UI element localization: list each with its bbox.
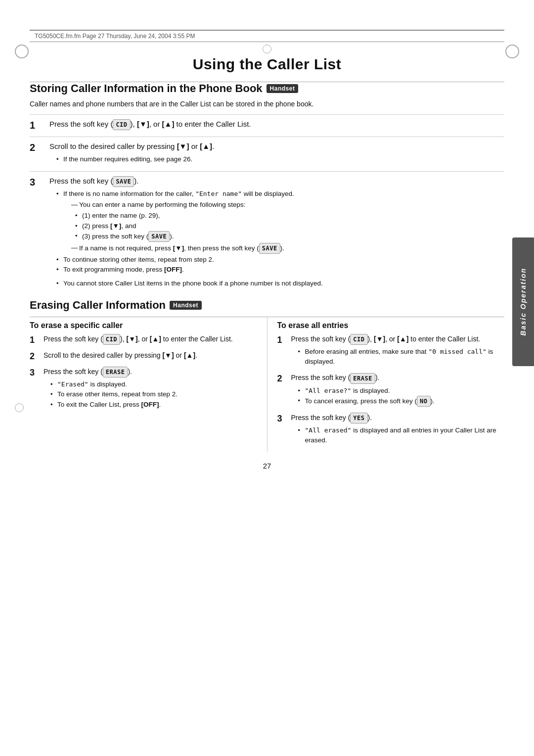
step-2-bullet-1: If the number requires editing, see page… (56, 154, 504, 164)
step-2-text: Scroll to the desired caller by pressing… (49, 141, 504, 152)
header-text: TG5050CE.fm.fm Page 27 Thursday, June 24… (35, 33, 195, 40)
all-bullet-4: "All erased" is displayed and all entrie… (298, 425, 505, 446)
step-1-content: Press the soft key (CID), [▼], or [▲] to… (49, 119, 504, 131)
page-title: Using the Caller List (30, 56, 504, 73)
specific-bullet-1: "Erased" is displayed. (50, 379, 257, 389)
corner-mark-tl (15, 45, 29, 58)
erase-all-col: To erase all entries 1 Press the soft ke… (267, 317, 505, 452)
save-key-2: SAVE (148, 231, 170, 242)
storing-step-3: 3 Press the soft key (SAVE). If there is… (30, 171, 504, 291)
specific-step-3-num: 3 (30, 367, 44, 379)
no-key: NO (417, 396, 430, 407)
all-step-3-content: Press the soft key (YES). "All erased" i… (291, 413, 505, 448)
page-wrapper: TG5050CE.fm.fm Page 27 Thursday, June 24… (0, 30, 534, 756)
step-3-sub-sub-3: (3) press the soft key (SAVE). (75, 231, 504, 242)
storing-intro: Caller names and phone numbers that are … (30, 99, 504, 109)
header-bar: TG5050CE.fm.fm Page 27 Thursday, June 24… (30, 30, 504, 42)
all-step-1-bullets: Before erasing all entries, make sure th… (298, 347, 505, 367)
step-3-bullet-2: To continue storing other items, repeat … (56, 255, 504, 265)
all-step-1-content: Press the soft key (CID), [▼], or [▲] to… (291, 334, 505, 369)
erase-specific-heading: To erase a specific caller (30, 317, 257, 330)
erasing-section: Erasing Caller Information Handset To er… (30, 299, 504, 452)
specific-step-1-content: Press the soft key (CID), [▼], or [▲] to… (44, 334, 257, 345)
save-key-1: SAVE (113, 176, 134, 187)
storing-heading-text: Storing Caller Information in the Phone … (30, 82, 263, 95)
specific-step-3-content: Press the soft key (ERASE). "Erased" is … (44, 367, 257, 412)
all-step-3-num: 3 (277, 413, 291, 425)
center-mark-top (263, 45, 271, 53)
side-tab: Basic Operation (512, 237, 534, 366)
yes-key: YES (350, 413, 367, 424)
storing-step-2: 2 Scroll to the desired caller by pressi… (30, 137, 504, 166)
storing-section-heading: Storing Caller Information in the Phone … (30, 82, 504, 95)
cid-key-s1: CID (103, 334, 120, 345)
erase-key-s1: ERASE (103, 367, 128, 378)
step-3-content: Press the soft key (SAVE). If there is n… (49, 176, 504, 291)
step-3-sub-sub-1: (1) enter the name (p. 29), (75, 211, 504, 221)
save-key-3: SAVE (259, 243, 280, 254)
step-3-note-text: You cannot store Caller List items in th… (56, 279, 504, 288)
all-step-3-bullets: "All erased" is displayed and all entrie… (298, 425, 505, 446)
step-2-bullets: If the number requires editing, see page… (56, 154, 504, 164)
specific-step-1: 1 Press the soft key (CID), [▼], or [▲] … (30, 334, 257, 346)
specific-step-2: 2 Scroll to the desired caller by pressi… (30, 350, 257, 363)
step-2-num: 2 (30, 141, 47, 154)
specific-step-2-content: Scroll to the desired caller by pressing… (44, 350, 257, 361)
step-3-num: 3 (30, 176, 47, 189)
all-bullet-2: "All erase?" is displayed. (298, 386, 505, 396)
step-3-bullet-3: To exit programming mode, press [OFF]. (56, 265, 504, 275)
storing-step-1: 1 Press the soft key (CID), [▼], or [▲] … (30, 114, 504, 132)
page-number: 27 (30, 462, 504, 470)
erasing-heading: Erasing Caller Information Handset (30, 299, 504, 312)
step-3-bullets: If there is no name information for the … (56, 189, 504, 275)
all-step-1: 1 Press the soft key (CID), [▼], or [▲] … (277, 334, 505, 369)
all-step-3: 3 Press the soft key (YES). "All erased"… (277, 413, 505, 448)
step-3-sub-sub-2: (2) press [▼], and (75, 221, 504, 231)
step-3-sub-list-2: If a name is not required, press [▼], th… (71, 243, 504, 254)
step-3-sub-2: If a name is not required, press [▼], th… (71, 243, 504, 254)
all-step-2-content: Press the soft key (ERASE). "All erase?"… (291, 373, 505, 409)
page-num-text: 27 (263, 462, 271, 470)
step-1-text: Press the soft key (CID), [▼], or [▲] to… (49, 119, 504, 130)
step-3-sub-list: You can enter a name by performing the f… (71, 200, 504, 210)
all-step-1-num: 1 (277, 334, 291, 346)
storing-section: Storing Caller Information in the Phone … (30, 82, 504, 291)
corner-mark-tr (505, 45, 519, 58)
specific-bullet-2: To erase other items, repeat from step 2… (50, 389, 257, 399)
all-step-2: 2 Press the soft key (ERASE). "All erase… (277, 373, 505, 409)
all-step-2-num: 2 (277, 373, 291, 385)
specific-step-2-num: 2 (30, 350, 44, 363)
cid-key-1: CID (113, 119, 130, 130)
specific-bullet-3: To exit the Caller List, press [OFF]. (50, 400, 257, 410)
main-content: Using the Caller List Storing Caller Inf… (30, 42, 504, 485)
step-1-num: 1 (30, 119, 47, 132)
step-3-sub-sub-list: (1) enter the name (p. 29), (2) press [▼… (75, 211, 504, 242)
erase-specific-col: To erase a specific caller 1 Press the s… (30, 317, 267, 452)
side-tab-text: Basic Operation (519, 268, 527, 335)
center-mark-left (15, 403, 24, 412)
step-2-content: Scroll to the desired caller by pressing… (49, 141, 504, 166)
all-bullet-1: Before erasing all entries, make sure th… (298, 347, 505, 367)
step-3-note: You cannot store Caller List items in th… (56, 279, 504, 288)
erasing-badge: Handset (170, 301, 202, 310)
erase-key-a1: ERASE (350, 373, 375, 384)
all-step-2-bullets: "All erase?" is displayed. To cancel era… (298, 386, 505, 407)
erasing-heading-text: Erasing Caller Information (30, 299, 166, 312)
specific-step-1-num: 1 (30, 334, 44, 346)
specific-step-3: 3 Press the soft key (ERASE). "Erased" i… (30, 367, 257, 412)
step-3-bullet-1: If there is no name information for the … (56, 189, 504, 254)
erasing-two-col: To erase a specific caller 1 Press the s… (30, 317, 504, 452)
erase-all-heading: To erase all entries (277, 317, 505, 330)
storing-badge: Handset (267, 84, 299, 93)
specific-step-3-bullets: "Erased" is displayed. To erase other it… (50, 379, 257, 410)
cid-key-a1: CID (350, 334, 367, 345)
step-3-sub-1: You can enter a name by performing the f… (71, 200, 504, 210)
step-3-text: Press the soft key (SAVE). (49, 176, 504, 187)
all-bullet-3: To cancel erasing, press the soft key (N… (298, 396, 505, 407)
